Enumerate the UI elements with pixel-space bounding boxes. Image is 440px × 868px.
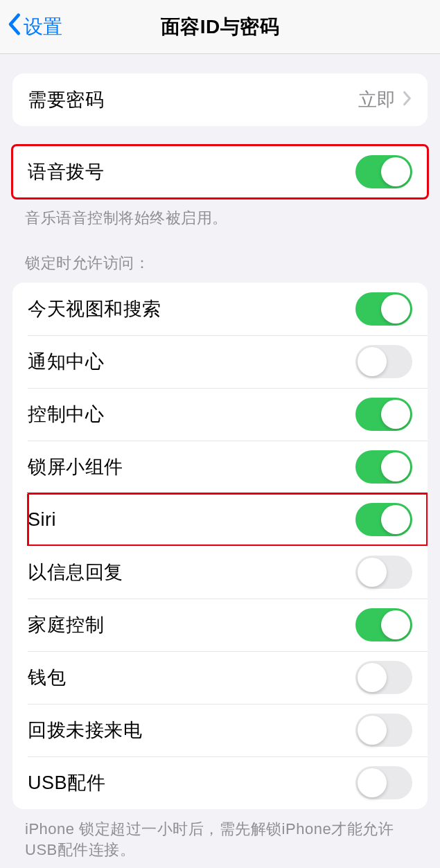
group-voice-dial: 语音拨号	[12, 145, 428, 198]
voice-dial-toggle[interactable]	[355, 155, 412, 188]
lock-access-label: 回拨未接来电	[28, 718, 142, 743]
lock-access-toggle[interactable]	[355, 345, 412, 378]
lock-access-label: USB配件	[28, 770, 105, 795]
lock-access-label: 今天视图和搜索	[28, 296, 161, 321]
lock-access-label: 通知中心	[28, 349, 104, 374]
require-passcode-label: 需要密码	[28, 87, 104, 112]
lock-access-row: USB配件	[28, 756, 428, 809]
lock-access-label: 控制中心	[28, 402, 104, 427]
lock-access-row: 今天视图和搜索	[12, 283, 428, 335]
page-title: 面容ID与密码	[161, 14, 280, 40]
lock-access-label: 以信息回复	[28, 560, 123, 585]
back-label: 设置	[24, 14, 62, 40]
lock-access-toggle[interactable]	[355, 556, 412, 589]
row-require-passcode[interactable]: 需要密码 立即	[12, 73, 428, 126]
navbar: 设置 面容ID与密码	[0, 0, 440, 54]
voice-dial-footer: 音乐语音控制将始终被启用。	[0, 198, 440, 229]
lock-access-label: 钱包	[28, 665, 66, 690]
lock-access-row: 锁屏小组件	[28, 441, 428, 493]
lock-access-row: 家庭控制	[28, 599, 428, 651]
require-passcode-value: 立即	[358, 87, 396, 112]
lock-access-toggle[interactable]	[355, 661, 412, 694]
lock-access-row: 以信息回复	[28, 546, 428, 599]
lock-access-toggle[interactable]	[355, 292, 412, 326]
lock-access-toggle[interactable]	[355, 398, 412, 431]
chevron-left-icon	[7, 12, 21, 41]
lock-access-row: 钱包	[28, 651, 428, 704]
lock-access-label: Siri	[28, 509, 56, 531]
lock-access-footer: iPhone 锁定超过一小时后，需先解锁iPhone才能允许USB配件连接。	[0, 809, 440, 862]
lock-access-toggle[interactable]	[355, 766, 412, 799]
lock-access-label: 家庭控制	[28, 612, 104, 637]
lock-access-label: 锁屏小组件	[28, 454, 123, 479]
chevron-right-icon	[403, 91, 412, 109]
voice-dial-label: 语音拨号	[28, 159, 104, 184]
content: 需要密码 立即 语音拨号 音乐语音控制将始终被启用。 锁定时允许访问： 今天视图…	[0, 73, 440, 868]
group-lock-access: 今天视图和搜索通知中心控制中心锁屏小组件Siri以信息回复家庭控制钱包回拨未接来…	[12, 283, 428, 809]
lock-access-row: 控制中心	[28, 388, 428, 441]
lock-access-row: Siri	[28, 493, 428, 546]
lock-access-toggle[interactable]	[355, 450, 412, 484]
lock-access-toggle[interactable]	[355, 608, 412, 641]
lock-access-row: 回拨未接来电	[28, 704, 428, 756]
back-button[interactable]: 设置	[0, 12, 62, 41]
lock-access-header: 锁定时允许访问：	[0, 229, 440, 276]
row-voice-dial: 语音拨号	[12, 145, 428, 198]
group-require-passcode: 需要密码 立即	[12, 73, 428, 126]
lock-access-row: 通知中心	[28, 335, 428, 388]
lock-access-toggle[interactable]	[355, 714, 412, 747]
lock-access-toggle[interactable]	[355, 503, 412, 536]
